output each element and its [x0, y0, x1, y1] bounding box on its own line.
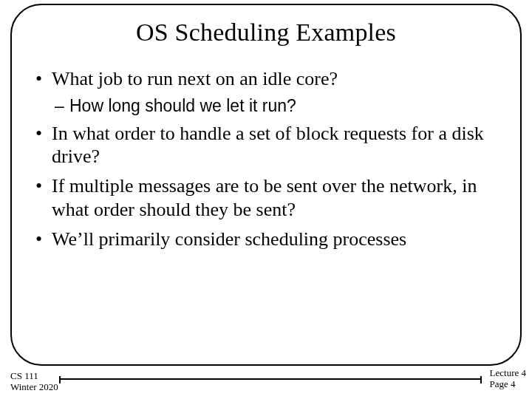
list-item: What job to run next on an idle core? Ho…: [31, 67, 501, 116]
footer-left: CS 111 Winter 2020: [10, 371, 58, 393]
list-item: If multiple messages are to be sent over…: [31, 174, 501, 221]
list-item: How long should we let it run?: [52, 95, 501, 116]
slide-frame: OS Scheduling Examples What job to run n…: [10, 4, 522, 366]
footer-tick-icon: [59, 376, 61, 383]
list-item: We’ll primarily consider scheduling proc…: [31, 228, 501, 251]
footer-divider: [59, 378, 482, 380]
bullet-list: What job to run next on an idle core? Ho…: [31, 67, 501, 250]
course-code: CS 111: [10, 371, 58, 382]
bullet-text: If multiple messages are to be sent over…: [52, 175, 477, 220]
sub-bullet-text: How long should we let it run?: [69, 96, 296, 115]
footer-right: Lecture 4 Page 4: [490, 368, 526, 390]
page-number: Page 4: [490, 379, 526, 390]
lecture-number: Lecture 4: [490, 368, 526, 379]
bullet-text: We’ll primarily consider scheduling proc…: [52, 228, 406, 250]
sub-bullet-list: How long should we let it run?: [52, 95, 501, 116]
term: Winter 2020: [10, 382, 58, 393]
list-item: In what order to handle a set of block r…: [31, 122, 501, 168]
bullet-text: In what order to handle a set of block r…: [52, 123, 484, 168]
slide-title: OS Scheduling Examples: [31, 18, 501, 47]
bullet-text: What job to run next on an idle core?: [52, 68, 338, 89]
footer-tick-icon: [480, 376, 482, 383]
